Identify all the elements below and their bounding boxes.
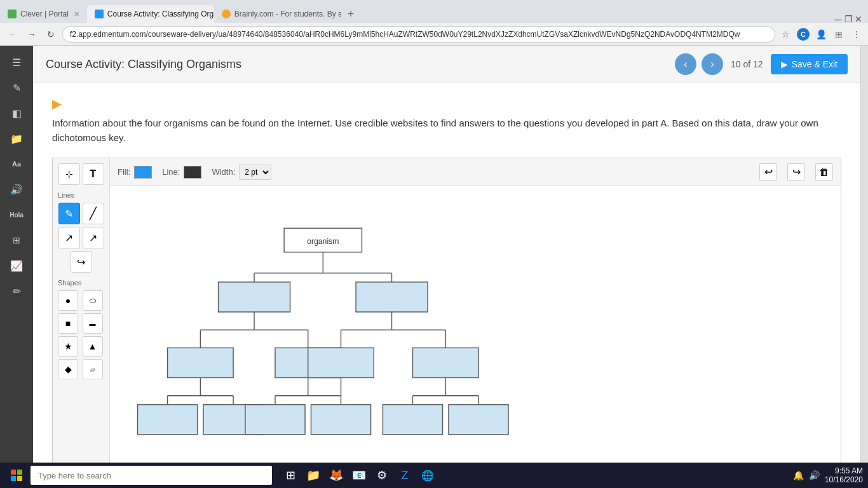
node-l1[interactable] xyxy=(219,282,290,312)
time: 9:55 AM xyxy=(835,466,863,475)
save-exit-icon: ▶ xyxy=(781,59,788,69)
tab-course[interactable]: Course Activity: Classifying Orga... ✕ xyxy=(87,5,214,23)
parallelogram-button[interactable]: ▱ xyxy=(83,359,103,379)
sidebar-item-edit[interactable]: ✎ xyxy=(5,76,28,99)
width-group: Width: 1 pt 2 pt 3 pt 4 pt xyxy=(212,165,271,180)
address-bar-icons: ☆ C 👤 ⊞ ⋮ xyxy=(779,28,863,41)
page-count: 10 of 12 xyxy=(731,59,763,69)
taskbar-icons: ⊞ 📁 🦊 📧 ⚙ Z 🌐 xyxy=(280,464,438,486)
node-rrl[interactable] xyxy=(383,405,442,435)
line-straight-button[interactable]: ╱ xyxy=(83,203,104,224)
file-explorer-icon[interactable]: 📁 xyxy=(302,464,324,486)
star-button[interactable]: ★ xyxy=(58,336,78,356)
canvas-wrapper[interactable]: organism xyxy=(110,186,841,488)
node-rr1[interactable] xyxy=(412,348,478,377)
scrollable-content[interactable]: ▶ Information about the four organisms c… xyxy=(33,83,860,488)
main-layout: ☰ ✎ ◧ 📁 Aa 🔊 Hola ⊞ 📈 ✏ Course Activity:… xyxy=(0,46,868,488)
tab-clever[interactable]: Clever | Portal ✕ xyxy=(0,5,87,23)
address-input[interactable] xyxy=(62,26,775,43)
volume-icon[interactable]: 🔊 xyxy=(809,470,820,480)
chrome-taskbar-icon[interactable]: 🌐 xyxy=(417,464,438,486)
sidebar-item-chart[interactable]: 📈 xyxy=(5,254,28,277)
rectangle-button[interactable]: ▬ xyxy=(83,313,103,334)
lines-label: Lines xyxy=(58,191,74,199)
delete-button[interactable]: 🗑 xyxy=(815,163,833,181)
node-rrr[interactable] xyxy=(449,405,508,435)
curve-tools-row: ↪ xyxy=(71,251,92,273)
arrow-ne-button[interactable]: ↗ xyxy=(58,227,80,248)
tab-label-course: Course Activity: Classifying Orga... xyxy=(107,10,214,18)
fill-color-swatch[interactable] xyxy=(134,166,152,179)
sidebar-item-font[interactable]: Aa xyxy=(5,152,28,175)
node-lrr[interactable] xyxy=(311,405,370,435)
reload-button[interactable]: ↻ xyxy=(43,27,58,42)
outlook-icon[interactable]: 📧 xyxy=(348,464,370,486)
star-icon[interactable]: ☆ xyxy=(779,28,792,41)
notification-icon[interactable]: 🔔 xyxy=(793,470,804,480)
course-title: Course Activity: Classifying Organisms xyxy=(46,58,241,71)
window-restore[interactable]: ❐ xyxy=(844,14,853,23)
sidebar-item-folder[interactable]: 📁 xyxy=(5,127,28,150)
forward-button[interactable]: → xyxy=(24,27,39,42)
ellipse-button[interactable]: ⬭ xyxy=(83,290,103,311)
redo-button[interactable]: ↪ xyxy=(787,163,805,181)
select-tool-button[interactable]: ⊹ xyxy=(58,163,80,185)
svg-rect-2 xyxy=(11,476,16,481)
header-right: ‹ › 10 of 12 ▶ Save & Exit xyxy=(675,53,848,75)
firefox-icon[interactable]: 🦊 xyxy=(325,464,347,486)
line-color-swatch[interactable] xyxy=(184,166,201,179)
settings-icon[interactable]: ⚙ xyxy=(371,464,393,486)
curve-button[interactable]: ↪ xyxy=(71,251,92,273)
svg-rect-3 xyxy=(17,476,22,481)
undo-button[interactable]: ↩ xyxy=(759,163,777,181)
node-ll1[interactable] xyxy=(168,348,234,377)
tool-panel: ⊹ T Lines ✎ ╱ ↗ ↗ ↪ xyxy=(53,158,110,488)
sidebar-item-layers[interactable]: ◧ xyxy=(5,102,28,125)
profile-icon[interactable]: 👤 xyxy=(815,28,827,41)
diamond-button[interactable]: ◆ xyxy=(58,359,78,379)
prev-page-button[interactable]: ‹ xyxy=(675,53,696,75)
tab-close-clever[interactable]: ✕ xyxy=(74,10,79,18)
fill-label: Fill: xyxy=(118,167,130,177)
back-button[interactable]: ← xyxy=(5,27,20,42)
node-lrl[interactable] xyxy=(245,405,305,435)
diagram-svg[interactable]: organism xyxy=(123,199,529,485)
course-header: Course Activity: Classifying Organisms ‹… xyxy=(33,46,860,83)
taskview-icon[interactable]: ⊞ xyxy=(280,464,301,486)
tab-favicon-brainly xyxy=(222,10,231,18)
main-tools-row: ⊹ T xyxy=(58,163,104,185)
taskbar-search-input[interactable] xyxy=(31,466,272,485)
zoom-icon[interactable]: Z xyxy=(394,464,416,486)
sidebar-item-menu[interactable]: ☰ xyxy=(5,51,28,74)
width-select[interactable]: 1 pt 2 pt 3 pt 4 pt xyxy=(239,165,271,180)
svg-rect-0 xyxy=(11,470,16,475)
sidebar-item-table[interactable]: ⊞ xyxy=(5,229,28,252)
node-r1[interactable] xyxy=(356,282,428,312)
sidebar-item-audio[interactable]: 🔊 xyxy=(5,178,28,201)
text-tool-button[interactable]: T xyxy=(83,163,104,185)
arrow-nw-button[interactable]: ↗ xyxy=(83,227,104,248)
triangle-button[interactable]: ▲ xyxy=(83,336,103,356)
taskbar: ⊞ 📁 🦊 📧 ⚙ Z 🌐 🔔 🔊 9:55 AM 10/16/2020 xyxy=(0,463,868,488)
window-close[interactable]: ✕ xyxy=(854,14,863,23)
line-draw-button[interactable]: ✎ xyxy=(58,203,80,224)
sidebar-item-translate[interactable]: Hola xyxy=(5,203,28,226)
save-exit-label: Save & Exit xyxy=(792,59,837,69)
next-page-button[interactable]: › xyxy=(702,53,723,75)
fill-group: Fill: xyxy=(118,166,152,179)
node-lll[interactable] xyxy=(138,405,198,435)
node-rl1[interactable] xyxy=(308,348,374,377)
square-button[interactable]: ■ xyxy=(58,313,78,334)
line-tools-row: ✎ ╱ xyxy=(58,203,104,224)
circle-button[interactable]: ● xyxy=(58,290,78,311)
window-minimize[interactable]: ─ xyxy=(834,14,843,23)
tab-brainly[interactable]: Brainly.com - For students. By st... ✕ xyxy=(214,5,341,23)
save-exit-button[interactable]: ▶ Save & Exit xyxy=(771,54,848,74)
sidebar-item-draw[interactable]: ✏ xyxy=(5,280,28,302)
new-tab-button[interactable]: + xyxy=(341,8,361,21)
extensions-icon[interactable]: ⊞ xyxy=(832,28,845,41)
start-button[interactable] xyxy=(5,464,28,487)
tab-favicon-clever xyxy=(8,10,17,18)
menu-dots-icon[interactable]: ⋮ xyxy=(850,28,863,41)
scrollbar[interactable] xyxy=(860,46,868,488)
